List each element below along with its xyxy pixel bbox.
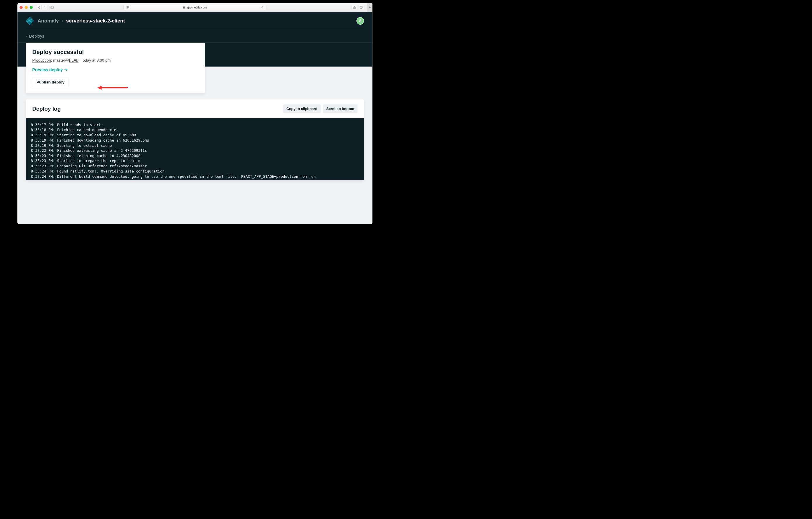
deploy-log-terminal[interactable]: 8:30:17 PM: Build ready to start8:30:18 … <box>26 118 364 180</box>
chevron-left-icon <box>38 6 40 9</box>
app-header: Anomaly › serverless-stack-2-client A <box>26 12 364 30</box>
window-close-button[interactable] <box>20 6 23 9</box>
log-line: 8:30:23 PM: Finished extracting cache in… <box>31 148 359 153</box>
deploy-timestamp: Today at 8:30 pm <box>81 58 111 62</box>
reload-icon <box>261 6 264 9</box>
browser-window: app.netlify.com <box>18 3 373 224</box>
user-avatar[interactable]: A <box>356 17 364 25</box>
nav-back-button[interactable] <box>36 5 42 10</box>
annotation-arrow <box>97 85 128 90</box>
log-line: 8:30:23 PM: Finished fetching cache in 4… <box>31 153 359 159</box>
svg-rect-0 <box>51 6 54 8</box>
lock-icon <box>183 6 185 9</box>
svg-marker-19 <box>97 86 102 90</box>
breadcrumb-team[interactable]: Anomaly <box>38 18 59 24</box>
publish-deploy-button[interactable]: Publish deploy <box>32 77 68 87</box>
reader-mode-button[interactable] <box>125 6 130 8</box>
back-to-deploys[interactable]: ‹ Deploys <box>26 30 364 43</box>
deploy-log-header: Deploy log Copy to clipboard Scroll to b… <box>26 99 364 118</box>
deploy-log-panel: Deploy log Copy to clipboard Scroll to b… <box>26 99 364 180</box>
tabs-icon <box>360 6 363 9</box>
sidebar-icon <box>51 6 54 9</box>
share-icon <box>353 6 356 9</box>
nav-back-forward-group <box>36 5 47 10</box>
log-line: 8:30:19 PM: Finished downloading cache i… <box>31 138 359 143</box>
deploy-meta: Production: master@HEAD. Today at 8:30 p… <box>32 58 198 63</box>
avatar-initial: A <box>359 19 362 23</box>
log-line: 8:30:19 PM: Starting to download cache o… <box>31 133 359 138</box>
svg-point-16 <box>29 21 30 22</box>
svg-rect-9 <box>360 7 362 8</box>
log-line: 8:30:23 PM: Preparing Git Reference refs… <box>31 163 359 169</box>
nav-forward-button[interactable] <box>42 5 47 10</box>
svg-point-14 <box>28 21 29 21</box>
breadcrumb-site[interactable]: serverless-stack-2-client <box>66 18 125 24</box>
log-line: 8:30:19 PM: Starting to extract cache <box>31 143 359 148</box>
log-line: 8:30:18 PM: Fetching cached dependencies <box>31 127 359 133</box>
address-bar-host: app.netlify.com <box>186 5 207 9</box>
log-line: 8:30:24 PM: Found netlify.toml. Overridi… <box>31 169 359 174</box>
reader-icon <box>126 6 129 8</box>
preview-deploy-label: Preview deploy <box>32 67 63 72</box>
tabs-button[interactable] <box>359 5 364 10</box>
deploy-log-title: Deploy log <box>32 106 61 112</box>
reload-button[interactable] <box>259 6 265 9</box>
window-zoom-button[interactable] <box>30 6 33 9</box>
browser-chrome: app.netlify.com <box>18 3 373 12</box>
svg-point-15 <box>30 20 31 21</box>
deploy-branch: master <box>53 58 65 62</box>
chevron-right-icon: › <box>62 18 63 24</box>
log-line: 8:30:23 PM: Starting to prepare the repo… <box>31 159 359 164</box>
deploy-status-title: Deploy successful <box>32 49 198 55</box>
address-bar[interactable]: app.netlify.com <box>123 5 266 10</box>
deploy-environment[interactable]: Production <box>32 58 51 62</box>
window-minimize-button[interactable] <box>25 6 28 9</box>
netlify-logo[interactable] <box>26 17 33 25</box>
app-header-area: Anomaly › serverless-stack-2-client A ‹ … <box>18 12 373 43</box>
app-viewport: Anomaly › serverless-stack-2-client A ‹ … <box>18 12 373 224</box>
copy-log-button[interactable]: Copy to clipboard <box>283 105 321 113</box>
breadcrumb: Anomaly › serverless-stack-2-client <box>38 18 125 24</box>
traffic-lights <box>20 6 33 9</box>
back-label: Deploys <box>29 34 44 38</box>
preview-deploy-link[interactable]: Preview deploy <box>32 67 68 72</box>
share-button[interactable] <box>352 5 357 10</box>
chevron-left-icon: ‹ <box>26 34 27 38</box>
scroll-to-bottom-button[interactable]: Scroll to bottom <box>323 105 357 113</box>
chevron-right-icon <box>44 6 46 9</box>
log-line: 8:30:17 PM: Build ready to start <box>31 122 359 128</box>
deploy-ref[interactable]: HEAD <box>69 58 79 63</box>
log-line: 8:30:24 PM: Different build command dete… <box>31 174 359 179</box>
arrow-right-icon <box>64 68 68 71</box>
netlify-logo-icon <box>26 17 33 25</box>
sidebar-toggle-button[interactable] <box>49 5 55 10</box>
new-tab-button[interactable]: ＋ <box>367 3 373 12</box>
svg-rect-5 <box>183 7 185 8</box>
deploy-hero-zone: Deploy successful Production: master@HEA… <box>18 43 373 99</box>
